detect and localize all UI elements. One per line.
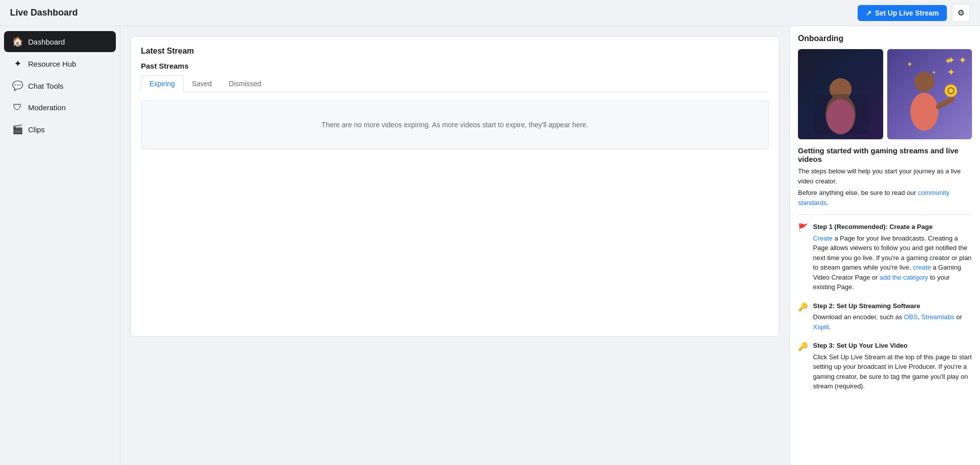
step-1: 🚩 Step 1 (Recommended): Create a Page Cr…	[798, 222, 972, 292]
onboarding-image-dark	[798, 49, 883, 139]
xsplit-link[interactable]: Xsplit	[813, 323, 829, 331]
onboarding-desc1: The steps below will help you start your…	[798, 166, 972, 186]
app-layout: 🏠 Dashboard ✦ Resource Hub 💬 Chat Tools …	[0, 26, 980, 465]
steps-divider	[798, 214, 972, 215]
step-3-title: Step 3: Set Up Your Live Video	[813, 341, 972, 351]
step-3: 🔑 Step 3: Set Up Your Live Video Click S…	[798, 341, 972, 391]
onboarding-title: Onboarding	[798, 34, 972, 43]
key-icon-step2: 🔑	[798, 302, 808, 332]
external-link-icon: ↗	[866, 9, 872, 17]
sidebar-item-resource-hub[interactable]: ✦ Resource Hub	[4, 53, 116, 74]
sidebar-item-clips-label: Clips	[28, 125, 45, 134]
step-1-text: Create a Page for your live broadcasts. …	[813, 235, 971, 291]
create-gaming-link[interactable]: create	[913, 264, 931, 271]
empty-state: There are no more videos expiring. As mo…	[141, 100, 769, 149]
past-streams-title: Past Streams	[141, 62, 769, 70]
sidebar-item-moderation[interactable]: 🛡 Moderation	[4, 97, 116, 118]
right-panel: Onboarding ✦ ✦✦	[789, 26, 980, 465]
onboarding-images: ✦ ✦✦ ✦ ✦ ✦	[798, 49, 972, 139]
onboarding-desc2: Before anything else, be sure to read ou…	[798, 188, 972, 207]
step-2-text: Download an encoder, such as OBS, Stream…	[813, 313, 962, 331]
svg-point-5	[910, 93, 938, 131]
sidebar-item-clips[interactable]: 🎬 Clips	[4, 119, 116, 140]
sidebar-item-dashboard[interactable]: 🏠 Dashboard	[4, 31, 116, 52]
page-title: Live Dashboard	[10, 8, 78, 18]
latest-stream-title: Latest Stream	[141, 47, 769, 56]
sidebar-item-chat-tools[interactable]: 💬 Chat Tools	[4, 75, 116, 96]
person-silhouette-dark	[813, 49, 868, 134]
content-card: Latest Stream Past Streams Expiring Save…	[130, 36, 779, 337]
clips-icon: 🎬	[12, 124, 23, 135]
step-3-content: Step 3: Set Up Your Live Video Click Set…	[813, 341, 972, 391]
svg-rect-11	[956, 92, 957, 94]
step-2: 🔑 Step 2: Set Up Streaming Software Down…	[798, 301, 972, 332]
gear-icon: ⚙	[957, 8, 964, 18]
flag-icon: 🚩	[798, 223, 808, 292]
moderation-icon: 🛡	[12, 102, 23, 113]
main-content: Latest Stream Past Streams Expiring Save…	[120, 26, 789, 465]
chat-tools-icon: 💬	[12, 80, 23, 91]
step-1-content: Step 1 (Recommended): Create a Page Crea…	[813, 222, 972, 292]
past-streams-tabs: Expiring Saved Dismissed	[141, 75, 769, 92]
empty-state-text: There are no more videos expiring. As mo…	[321, 121, 588, 129]
svg-text:✦: ✦	[907, 60, 913, 68]
step-1-title: Step 1 (Recommended): Create a Page	[813, 222, 972, 232]
svg-point-4	[914, 72, 934, 92]
sidebar-item-dashboard-label: Dashboard	[28, 38, 65, 46]
add-category-link[interactable]: add the category	[880, 274, 928, 281]
tab-saved[interactable]: Saved	[184, 75, 221, 92]
header-actions: ↗ Set Up Live Stream ⚙	[858, 4, 970, 22]
streamlabs-link[interactable]: Streamlabs	[921, 313, 954, 321]
sidebar-item-chat-tools-label: Chat Tools	[28, 82, 64, 90]
svg-text:✦: ✦	[932, 70, 936, 75]
step-3-text: Click Set Up Live Stream at the top of t…	[813, 353, 972, 390]
setup-live-stream-button[interactable]: ↗ Set Up Live Stream	[858, 5, 947, 21]
resource-hub-icon: ✦	[12, 58, 23, 69]
sidebar-item-moderation-label: Moderation	[28, 103, 66, 112]
sidebar: 🏠 Dashboard ✦ Resource Hub 💬 Chat Tools …	[0, 26, 120, 465]
step-2-title: Step 2: Set Up Streaming Software	[813, 301, 972, 311]
tab-expiring[interactable]: Expiring	[141, 75, 184, 92]
onboarding-heading: Getting started with gaming streams and …	[798, 146, 972, 163]
settings-button[interactable]: ⚙	[952, 4, 970, 22]
step-2-content: Step 2: Set Up Streaming Software Downlo…	[813, 301, 972, 332]
key-icon-step3: 🔑	[798, 342, 808, 391]
tab-dismissed[interactable]: Dismissed	[220, 75, 270, 92]
svg-rect-3	[813, 94, 868, 134]
app-header: Live Dashboard ↗ Set Up Live Stream ⚙	[0, 0, 980, 26]
svg-rect-9	[954, 90, 957, 92]
stars-decoration: ✦ ✦✦	[947, 54, 967, 78]
create-page-link[interactable]: Create	[813, 235, 833, 242]
obs-link[interactable]: OBS	[904, 313, 917, 321]
sidebar-item-resource-hub-label: Resource Hub	[28, 60, 76, 68]
onboarding-image-purple: ✦ ✦✦ ✦ ✦ ✦	[887, 49, 972, 139]
home-icon: 🏠	[12, 36, 23, 47]
svg-line-6	[938, 99, 952, 107]
